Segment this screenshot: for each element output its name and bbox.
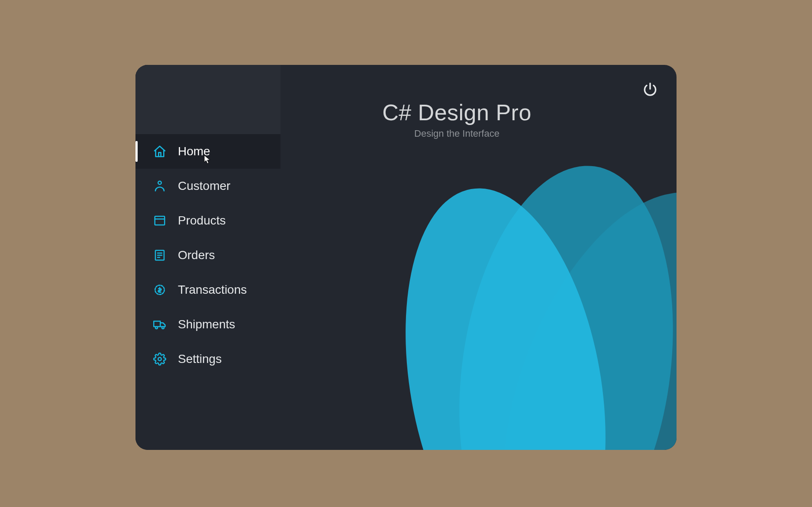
sidebar-item-customer[interactable]: Customer — [135, 169, 280, 203]
user-icon — [152, 178, 168, 194]
power-icon — [642, 81, 658, 98]
sidebar-item-label: Home — [178, 144, 210, 158]
app-title: C# Design Pro — [280, 99, 633, 125]
home-icon — [152, 144, 168, 159]
svg-point-10 — [162, 327, 164, 329]
title-block: C# Design Pro Design the Interface — [280, 99, 633, 139]
sidebar-item-shipments[interactable]: Shipments — [135, 307, 280, 342]
sidebar-item-label: Orders — [178, 248, 215, 262]
sidebar-item-home[interactable]: Home — [135, 134, 280, 169]
sidebar-item-label: Customer — [178, 179, 230, 193]
sidebar-item-label: Shipments — [178, 318, 235, 331]
sidebar-item-settings[interactable]: Settings — [135, 342, 280, 376]
svg-point-9 — [155, 327, 158, 329]
svg-point-11 — [158, 357, 161, 361]
app-window: Home Customer Products — [135, 65, 677, 450]
transactions-icon — [152, 282, 168, 298]
sidebar-item-label: Products — [178, 214, 226, 228]
power-button[interactable] — [639, 79, 661, 100]
orders-icon — [152, 247, 168, 263]
sidebar-item-label: Transactions — [178, 283, 247, 297]
svg-point-0 — [158, 181, 161, 185]
sidebar-item-transactions[interactable]: Transactions — [135, 273, 280, 307]
box-icon — [152, 213, 168, 228]
app-subtitle: Design the Interface — [280, 128, 633, 139]
truck-icon — [152, 317, 168, 332]
sidebar: Home Customer Products — [135, 65, 280, 450]
main-content: C# Design Pro Design the Interface — [280, 65, 677, 450]
sidebar-item-orders[interactable]: Orders — [135, 238, 280, 273]
sidebar-item-products[interactable]: Products — [135, 203, 280, 238]
svg-rect-8 — [154, 321, 160, 327]
gear-icon — [152, 351, 168, 367]
svg-rect-1 — [155, 216, 165, 225]
sidebar-item-label: Settings — [178, 352, 222, 366]
